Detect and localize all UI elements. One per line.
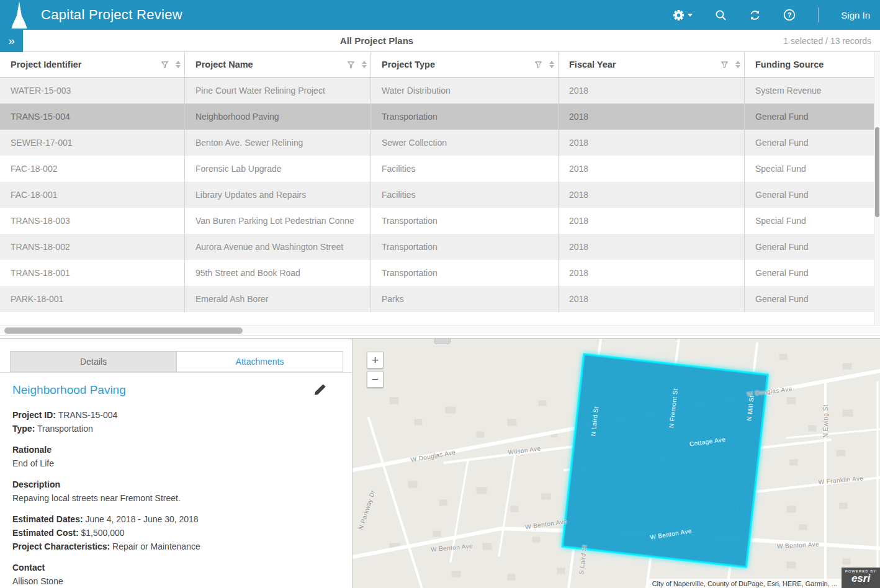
table-cell[interactable]: General Fund — [745, 130, 874, 156]
filter-icon[interactable] — [535, 61, 542, 68]
table-cell[interactable]: 95th Street and Book Road — [185, 260, 371, 286]
zoom-out-button[interactable]: − — [367, 371, 384, 388]
table-cell[interactable]: 2018 — [559, 156, 745, 182]
table-cell[interactable]: Pine Court Water Relining Project — [185, 78, 371, 104]
table-cell[interactable]: TRANS-18-001 — [0, 260, 185, 286]
expand-panel-button[interactable]: » — [0, 30, 23, 52]
table-cell[interactable]: Parks — [371, 286, 559, 312]
filter-icon[interactable] — [348, 61, 354, 68]
detail-field-value: Repaving local streets near Fremont Stre… — [12, 491, 340, 505]
table-row[interactable]: FAC-18-001Library Updates and RepairsFac… — [0, 182, 874, 208]
table-row[interactable]: SEWER-17-001Benton Ave. Sewer ReliningSe… — [0, 130, 874, 156]
table-row[interactable]: TRANS-18-00195th Street and Book RoadTra… — [0, 260, 874, 286]
detail-field-value: TRANS-15-004 — [56, 410, 117, 420]
table-row[interactable]: TRANS-18-002Aurora Avenue and Washington… — [0, 234, 874, 260]
column-header[interactable]: Funding Source — [745, 52, 874, 77]
table-cell[interactable]: Van Buren Parking Lot Pedestrian Conne — [185, 208, 371, 234]
filter-icon[interactable] — [161, 61, 168, 68]
detail-field-value: Transportation — [35, 424, 92, 434]
vertical-scrollbar[interactable] — [874, 52, 880, 325]
sort-icon[interactable] — [362, 61, 367, 68]
table-cell[interactable]: General Fund — [745, 104, 874, 130]
table-row[interactable]: WATER-15-003Pine Court Water Relining Pr… — [0, 78, 874, 104]
table-row[interactable]: TRANS-15-004Neighborhood PavingTransport… — [0, 104, 874, 130]
table-cell[interactable]: 2018 — [559, 286, 745, 312]
table-cell[interactable]: 2018 — [559, 104, 745, 130]
table-cell[interactable]: Water Distribution — [371, 78, 559, 104]
selection-status: 1 selected / 13 records — [783, 30, 871, 52]
edit-button[interactable] — [314, 383, 326, 398]
vertical-scrollbar-thumb[interactable] — [875, 127, 879, 217]
tab-details[interactable]: Details — [10, 351, 177, 372]
table-cell[interactable]: PARK-18-001 — [0, 286, 185, 312]
refresh-button[interactable] — [749, 9, 761, 21]
app-header: Capital Project Review — [0, 0, 880, 30]
table-row[interactable]: FAC-18-002Forensic Lab UpgradeFacilities… — [0, 156, 874, 182]
table-cell[interactable]: Aurora Avenue and Washington Street — [185, 234, 371, 260]
table-cell[interactable]: Transportation — [371, 104, 559, 130]
horizontal-scrollbar-thumb[interactable] — [4, 327, 243, 334]
table-row[interactable]: PARK-18-001Emerald Ash BorerParks2018Gen… — [0, 286, 874, 312]
sort-icon[interactable] — [735, 61, 740, 68]
filter-icon[interactable] — [721, 61, 728, 68]
selected-project-polygon[interactable] — [562, 354, 768, 567]
table-cell[interactable]: Transportation — [371, 260, 559, 286]
table-cell[interactable]: 2018 — [559, 234, 745, 260]
toolbar: » All Project Plans 1 selected / 13 reco… — [0, 30, 880, 52]
zoom-in-button[interactable]: + — [367, 352, 384, 368]
gear-icon — [673, 9, 685, 21]
detail-field-value: $1,500,000 — [79, 528, 125, 538]
search-button[interactable] — [715, 9, 727, 21]
table-cell[interactable]: Neighborhood Paving — [185, 104, 371, 130]
tab-divider — [0, 372, 352, 373]
table-cell[interactable]: FAC-18-001 — [0, 182, 185, 208]
tab-attachments[interactable]: Attachments — [176, 351, 343, 372]
app-title: Capital Project Review — [41, 7, 182, 23]
table-cell[interactable]: FAC-18-002 — [0, 156, 185, 182]
header-actions: ? Sign In — [673, 7, 870, 22]
table-cell[interactable]: TRANS-18-003 — [0, 208, 185, 234]
table-cell[interactable]: Forensic Lab Upgrade — [185, 156, 371, 182]
settings-button[interactable] — [673, 9, 693, 21]
table-cell[interactable]: TRANS-18-002 — [0, 234, 185, 260]
table-cell[interactable]: 2018 — [559, 182, 745, 208]
table-cell[interactable]: Special Fund — [745, 208, 874, 234]
table-row[interactable]: TRANS-18-003Van Buren Parking Lot Pedest… — [0, 208, 874, 234]
detail-field-label: Estimated Cost: — [12, 528, 79, 538]
help-button[interactable]: ? — [783, 9, 796, 21]
table-cell[interactable]: System Revenue — [745, 78, 874, 104]
table-cell[interactable]: 2018 — [559, 130, 745, 156]
panel-handle[interactable] — [434, 339, 451, 344]
table-cell[interactable]: General Fund — [745, 286, 874, 312]
table-cell[interactable]: Transportation — [371, 208, 559, 234]
horizontal-scrollbar[interactable] — [0, 325, 880, 336]
column-header[interactable]: Project Name — [185, 52, 371, 77]
table-cell[interactable]: Library Updates and Repairs — [185, 182, 371, 208]
table-cell[interactable]: 2018 — [559, 208, 745, 234]
table-body: WATER-15-003Pine Court Water Relining Pr… — [0, 78, 874, 312]
table-cell[interactable]: 2018 — [559, 260, 745, 286]
map[interactable]: W Douglas AveW Douglas AveWilson AveN La… — [352, 339, 880, 588]
column-header[interactable]: Project Identifier — [0, 52, 185, 77]
table-cell[interactable]: SEWER-17-001 — [0, 130, 185, 156]
table-cell[interactable]: Benton Ave. Sewer Relining — [185, 130, 371, 156]
detail-field: DescriptionRepaving local streets near F… — [12, 478, 340, 505]
table-cell[interactable]: Facilities — [371, 156, 559, 182]
basemap — [352, 339, 880, 588]
table-cell[interactable]: Sewer Collection — [371, 130, 559, 156]
sort-icon[interactable] — [176, 61, 181, 68]
sign-in-button[interactable]: Sign In — [841, 10, 870, 20]
table-cell[interactable]: WATER-15-003 — [0, 78, 185, 104]
sort-icon[interactable] — [549, 61, 554, 68]
table-cell[interactable]: Facilities — [371, 182, 559, 208]
table-cell[interactable]: TRANS-15-004 — [0, 104, 185, 130]
table-cell[interactable]: General Fund — [745, 260, 874, 286]
table-cell[interactable]: Emerald Ash Borer — [185, 286, 371, 312]
table-cell[interactable]: General Fund — [745, 234, 874, 260]
column-header[interactable]: Fiscal Year — [559, 52, 745, 77]
table-cell[interactable]: 2018 — [559, 78, 745, 104]
column-header[interactable]: Project Type — [371, 52, 559, 77]
table-cell[interactable]: General Fund — [745, 182, 874, 208]
table-cell[interactable]: Transportation — [371, 234, 559, 260]
table-cell[interactable]: Special Fund — [745, 156, 874, 182]
